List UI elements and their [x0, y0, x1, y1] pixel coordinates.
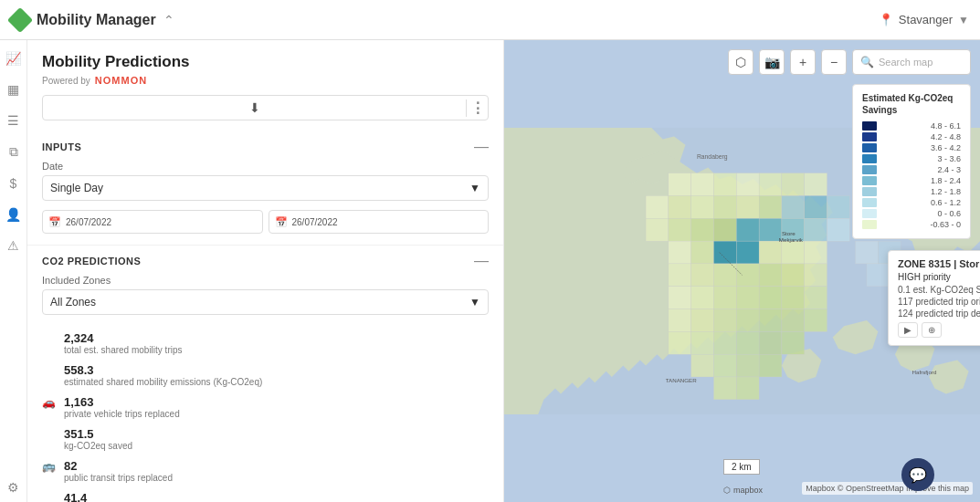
powered-by-label: Powered by [42, 76, 90, 86]
legend-swatch [862, 187, 877, 196]
scale-label: 2 km [732, 462, 752, 472]
svg-rect-38 [782, 264, 805, 287]
svg-rect-15 [805, 196, 827, 219]
stats-section: 2,324 total est. shared mobility trips 5… [27, 324, 503, 502]
download-button[interactable]: ⬇ [43, 100, 466, 115]
tooltip-btn-1[interactable]: ▶ [898, 322, 918, 338]
date-from-field[interactable]: 📅 26/07/2022 [42, 210, 263, 234]
powered-by: Powered by NOMMON [27, 75, 503, 95]
legend-range: 1.8 - 2.4 [882, 176, 961, 185]
svg-rect-57 [736, 331, 759, 354]
tooltip-title: ZONE 8315 | Storhaug 1 [898, 258, 980, 269]
nav-icon-settings[interactable]: ⚙ [7, 480, 19, 502]
svg-rect-11 [713, 196, 736, 219]
svg-rect-17 [646, 218, 669, 241]
location-chevron[interactable]: ▼ [958, 14, 969, 26]
zones-select[interactable]: All Zones ▼ [42, 289, 489, 315]
nav-icon-person[interactable]: 👤 [5, 207, 21, 222]
mapbox-icon: ⬡ [723, 486, 731, 495]
zones-chevron: ▼ [469, 296, 480, 309]
legend-item: 3.6 - 4.2 [862, 143, 961, 152]
download-bar: ⬇ ⋮ [42, 95, 489, 120]
tooltip-btn-2[interactable]: ⊕ [922, 322, 942, 338]
tooltip-actions: ▶ ⊕ [898, 322, 980, 338]
map-search-box[interactable]: 🔍 Search map [852, 49, 971, 75]
map-draw-button[interactable]: ⬡ [728, 49, 753, 75]
legend-swatch [862, 176, 877, 185]
legend-range: 1.2 - 1.8 [882, 187, 961, 196]
zones-value: All Zones [50, 296, 96, 309]
date-to-field[interactable]: 📅 26/07/2022 [269, 210, 490, 234]
nav-icon-dashboard[interactable]: ▦ [7, 82, 19, 97]
map-legend: Estimated Kg-CO2eqSavings 4.8 - 6.1 4.2 … [852, 84, 971, 239]
svg-rect-51 [759, 309, 782, 332]
date-to-value: 26/07/2022 [292, 217, 338, 227]
header-right: 📍 Stavanger ▼ [879, 13, 969, 26]
map-zoom-out-button[interactable]: − [821, 49, 847, 75]
transit-trips-value: 82 [64, 459, 173, 473]
svg-text:Hafrsfjord: Hafrsfjord [912, 369, 937, 375]
app-chevron[interactable]: ⌃ [163, 13, 174, 27]
svg-rect-12 [736, 196, 759, 219]
svg-rect-21 [736, 218, 759, 241]
nav-icon-list[interactable]: ☰ [7, 113, 19, 128]
chat-bubble-button[interactable]: 💬 [901, 458, 934, 491]
download-more-button[interactable]: ⋮ [466, 99, 488, 117]
legend-item: 1.2 - 1.8 [862, 187, 961, 196]
svg-rect-3 [713, 173, 736, 196]
date-range-row: 📅 26/07/2022 📅 26/07/2022 [27, 210, 503, 245]
date-type-select[interactable]: Single Day ▼ [42, 175, 489, 201]
svg-rect-54 [669, 331, 691, 354]
svg-rect-13 [759, 196, 782, 219]
svg-rect-5 [759, 173, 782, 196]
svg-rect-47 [669, 309, 691, 332]
search-icon: 🔍 [860, 56, 874, 68]
nav-icon-layers[interactable]: ⧉ [9, 144, 18, 160]
svg-rect-44 [759, 287, 782, 309]
inputs-title: INPUTS [42, 141, 81, 152]
legend-range: 3 - 3.6 [882, 154, 961, 163]
private-trips-label: private vehicle trips replaced [64, 409, 180, 420]
stat-row-total-trips: 2,324 total est. shared mobility trips [42, 331, 489, 356]
svg-rect-36 [736, 264, 759, 287]
svg-rect-63 [759, 354, 782, 377]
download-icon: ⬇ [249, 100, 260, 115]
svg-rect-19 [691, 218, 714, 241]
svg-rect-7 [805, 173, 827, 196]
map-zoom-in-button[interactable]: + [790, 49, 816, 75]
svg-rect-41 [691, 287, 714, 309]
date-input-group: Date Single Day ▼ [27, 161, 503, 210]
private-co2-label: kg-CO2eq saved [64, 441, 132, 452]
svg-rect-53 [805, 309, 827, 332]
private-co2-value: 351.5 [64, 427, 132, 441]
co2-collapse[interactable]: — [474, 253, 489, 269]
svg-rect-8 [646, 196, 669, 219]
map-container[interactable]: Randaberg Store Mekjarvik TANANGER Lunde… [504, 40, 980, 502]
stat-row-transit: 🚌 82 public transit trips replaced [42, 459, 489, 484]
app-header: Mobility Manager ⌃ 📍 Stavanger ▼ [0, 0, 980, 40]
map-camera-button[interactable]: 📷 [759, 49, 785, 75]
tooltip-origins: 117 predicted trip origins [898, 297, 980, 307]
co2-section-header: CO2 PREDICTIONS — [27, 246, 503, 275]
inputs-collapse[interactable]: — [474, 139, 489, 155]
svg-rect-37 [759, 264, 782, 287]
legend-title: Estimated Kg-CO2eqSavings [862, 92, 961, 116]
svg-rect-45 [782, 287, 805, 309]
svg-rect-2 [691, 173, 714, 196]
nav-icon-alert[interactable]: ⚠ [7, 238, 19, 253]
main-layout: 📈 ▦ ☰ ⧉ $ 👤 ⚠ ⚙ Mobility Predictions Pow… [0, 40, 980, 502]
svg-rect-6 [782, 173, 805, 196]
co2-title: CO2 PREDICTIONS [42, 256, 141, 267]
legend-item: 3 - 3.6 [862, 154, 961, 163]
svg-rect-20 [713, 218, 736, 241]
svg-rect-24 [805, 218, 827, 241]
date-type-chevron: ▼ [469, 182, 480, 194]
panel-title: Mobility Predictions [27, 40, 503, 75]
legend-item: 0 - 0.6 [862, 209, 961, 218]
svg-rect-42 [713, 287, 736, 309]
search-placeholder: Search map [879, 57, 933, 68]
nav-icon-dollar[interactable]: $ [10, 176, 17, 191]
calendar-from-icon: 📅 [48, 216, 61, 228]
nav-icon-trends[interactable]: 📈 [5, 51, 21, 66]
svg-rect-65 [736, 377, 759, 400]
